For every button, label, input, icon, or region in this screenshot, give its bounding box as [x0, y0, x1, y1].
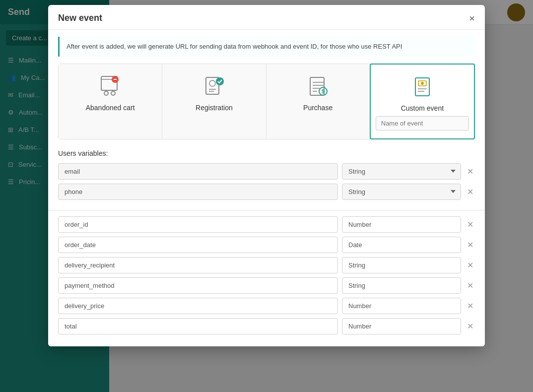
registration-icon: [201, 74, 226, 99]
new-event-modal: New event × After event is added, we wil…: [48, 5, 485, 346]
svg-point-1: [104, 91, 108, 95]
event-card-custom[interactable]: Custom event: [370, 64, 475, 139]
variable-type-payment-method[interactable]: String Number Date Boolean: [342, 277, 461, 294]
event-card-abandoned-cart[interactable]: Abandoned cart: [59, 64, 162, 139]
remove-phone-button[interactable]: ✕: [465, 187, 475, 196]
svg-point-2: [111, 91, 115, 95]
variables-section: Users variables: String Number Date Bool…: [48, 149, 485, 214]
variable-name-order-id[interactable]: [58, 216, 338, 233]
variable-row-email: String Number Date Boolean ✕: [58, 163, 475, 180]
variables-label: Users variables:: [58, 149, 475, 157]
modal-notice: After event is added, we will generate U…: [58, 37, 475, 57]
remove-order-date-button[interactable]: ✕: [465, 240, 475, 250]
modal-overlay: New event × After event is added, we wil…: [0, 0, 533, 392]
variable-type-total[interactable]: Number String Date Boolean: [342, 318, 461, 334]
purchase-icon: $: [306, 74, 331, 99]
variable-name-phone[interactable]: [58, 184, 338, 200]
event-card-label-registration: Registration: [196, 104, 233, 112]
custom-event-name-input[interactable]: [376, 116, 469, 131]
remove-total-button[interactable]: ✕: [465, 322, 475, 331]
modal-title: New event: [58, 13, 102, 23]
remove-payment-method-button[interactable]: ✕: [465, 281, 475, 290]
variable-type-delivery-price[interactable]: Number String Date Boolean: [342, 298, 461, 314]
variable-row-phone: String Number Date Boolean ✕: [58, 184, 475, 200]
cart-icon: [98, 74, 123, 99]
custom-variables-section: Number String Date Boolean ✕ Date String…: [48, 210, 485, 346]
event-card-purchase[interactable]: $ Purchase: [266, 64, 370, 139]
variable-row-delivery-price: Number String Date Boolean ✕: [58, 298, 475, 314]
variable-row-total: Number String Date Boolean ✕: [58, 318, 475, 334]
svg-point-7: [209, 80, 215, 86]
variable-type-order-id[interactable]: Number String Date Boolean: [342, 216, 461, 233]
variable-type-delivery-recipient[interactable]: String Number Date Boolean: [342, 257, 461, 273]
variable-row-payment-method: String Number Date Boolean ✕: [58, 277, 475, 294]
variable-name-order-date[interactable]: [58, 237, 338, 253]
custom-event-icon: [410, 74, 435, 99]
svg-point-10: [216, 77, 224, 85]
variable-name-email[interactable]: [58, 163, 338, 180]
variable-type-email[interactable]: String Number Date Boolean: [342, 163, 461, 180]
modal-header: New event ×: [48, 5, 485, 30]
event-type-cards: Abandoned cart Registration: [58, 64, 475, 139]
event-card-label-abandoned-cart: Abandoned cart: [86, 104, 135, 112]
event-card-label-custom: Custom event: [401, 104, 444, 112]
svg-text:$: $: [322, 88, 325, 94]
event-card-registration[interactable]: Registration: [162, 64, 266, 139]
variable-name-total[interactable]: [58, 318, 338, 334]
remove-order-id-button[interactable]: ✕: [465, 220, 475, 229]
variable-type-order-date[interactable]: Date String Number Boolean: [342, 237, 461, 253]
variable-name-payment-method[interactable]: [58, 277, 338, 294]
remove-email-button[interactable]: ✕: [465, 167, 475, 176]
variable-type-phone[interactable]: String Number Date Boolean: [342, 184, 461, 200]
close-button[interactable]: ×: [469, 13, 475, 23]
event-card-label-purchase: Purchase: [303, 104, 333, 112]
svg-point-20: [421, 82, 424, 85]
remove-delivery-price-button[interactable]: ✕: [465, 301, 475, 311]
variable-name-delivery-recipient[interactable]: [58, 257, 338, 273]
variable-row-delivery-recipient: String Number Date Boolean ✕: [58, 257, 475, 273]
variable-row-order-id: Number String Date Boolean ✕: [58, 216, 475, 233]
variable-name-delivery-price[interactable]: [58, 298, 338, 314]
variable-row-order-date: Date String Number Boolean ✕: [58, 237, 475, 253]
remove-delivery-recipient-button[interactable]: ✕: [465, 261, 475, 270]
